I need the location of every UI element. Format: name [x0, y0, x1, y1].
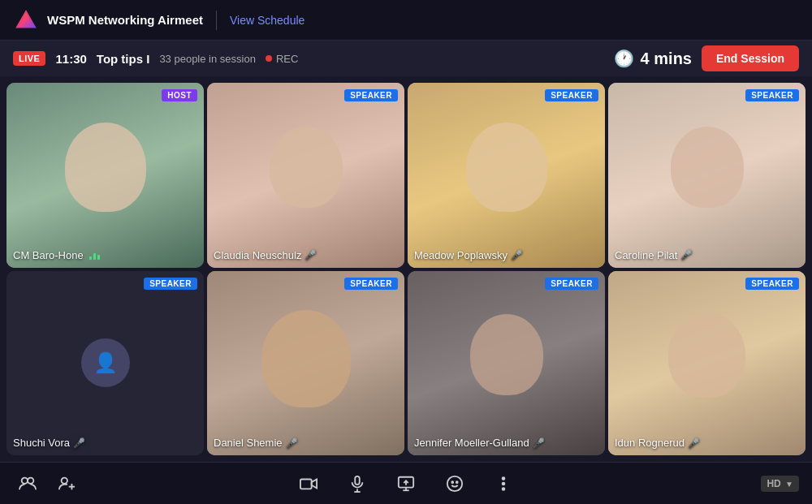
role-badge-daniel: SPEAKER — [344, 278, 398, 290]
header: WSPM Networking Airmeet View Schedule — [0, 0, 812, 41]
role-badge-shuchi: SPEAKER — [144, 278, 197, 290]
participant-name-daniel: Daniel Shemie 🎤 — [214, 437, 298, 449]
app-title: WSPM Networking Airmeet — [47, 13, 203, 27]
video-cell-caroline: SPEAKER Caroline Pilat 🎤 — [608, 83, 806, 268]
rec-indicator: REC — [266, 53, 298, 65]
svg-point-4 — [62, 477, 67, 483]
svg-marker-8 — [312, 479, 317, 488]
hd-quality-button[interactable]: HD ▼ — [761, 476, 799, 492]
people-count: 33 people in session — [159, 53, 256, 65]
session-name: Top tips I — [97, 52, 150, 66]
video-cell-idun: SPEAKER Idun Rognerud 🎤 — [608, 271, 806, 456]
video-cell-jennifer: SPEAKER Jennifer Moeller-Gulland 🎤 — [408, 271, 605, 456]
video-cell-cm: HOST CM Baro-Hone — [6, 83, 204, 268]
video-cell-meadow: SPEAKER Meadow Poplawsky 🎤 — [408, 83, 605, 268]
toolbar: HD ▼ — [0, 462, 812, 504]
role-badge-jennifer: SPEAKER — [545, 278, 598, 290]
app-logo — [13, 7, 39, 33]
mic-button[interactable] — [343, 469, 372, 498]
role-badge-cm: HOST — [162, 89, 197, 101]
toolbar-left — [13, 469, 81, 498]
role-badge-meadow: SPEAKER — [545, 89, 598, 101]
svg-rect-9 — [355, 476, 360, 484]
share-button[interactable] — [391, 469, 421, 498]
video-cell-shuchi: 👤 SPEAKER Shuchi Vora 🎤 — [6, 271, 204, 456]
more-button[interactable] — [489, 469, 518, 498]
status-bar: LIVE 11:30 Top tips I 33 people in sessi… — [0, 41, 812, 76]
rec-dot — [266, 55, 272, 62]
view-schedule-link[interactable]: View Schedule — [230, 14, 304, 27]
participant-name-cm: CM Baro-Hone — [13, 249, 100, 261]
participant-name-idun: Idun Rognerud 🎤 — [615, 437, 700, 449]
participant-name-meadow: Meadow Poplawsky 🎤 — [414, 249, 523, 261]
timer-display: 🕐 4 mins — [614, 49, 692, 68]
role-badge-claudia: SPEAKER — [344, 89, 398, 101]
svg-point-17 — [451, 481, 453, 483]
participant-name-claudia: Claudia Neuschulz 🎤 — [214, 249, 317, 261]
header-divider — [216, 11, 217, 30]
svg-point-20 — [503, 482, 505, 485]
role-badge-idun: SPEAKER — [745, 278, 799, 290]
live-badge: LIVE — [13, 51, 45, 66]
end-session-button[interactable]: End Session — [702, 45, 799, 71]
participants-button[interactable] — [13, 469, 42, 498]
svg-point-16 — [447, 476, 462, 490]
video-cell-daniel: SPEAKER Daniel Shemie 🎤 — [207, 271, 404, 456]
svg-point-21 — [503, 488, 505, 490]
clock-icon: 🕐 — [614, 49, 634, 68]
add-person-button[interactable] — [52, 469, 81, 498]
svg-point-2 — [22, 477, 28, 483]
video-grid: HOST CM Baro-Hone SPEAKER Claudia Neusch… — [0, 76, 812, 462]
svg-point-19 — [503, 477, 505, 480]
participant-name-shuchi: Shuchi Vora 🎤 — [13, 437, 85, 449]
svg-rect-7 — [300, 479, 312, 489]
participant-name-caroline: Caroline Pilat 🎤 — [615, 249, 693, 261]
svg-point-3 — [28, 477, 33, 483]
toolbar-right: HD ▼ — [761, 476, 799, 492]
video-cell-claudia: SPEAKER Claudia Neuschulz 🎤 — [207, 83, 404, 268]
rec-label: REC — [276, 53, 298, 65]
participant-name-jennifer: Jennifer Moeller-Gulland 🎤 — [414, 437, 545, 449]
camera-button[interactable] — [294, 469, 323, 498]
time-display: 11:30 — [55, 52, 86, 66]
role-badge-caroline: SPEAKER — [745, 89, 799, 101]
timer-value: 4 mins — [641, 50, 692, 68]
svg-point-18 — [456, 481, 458, 483]
emoji-button[interactable] — [440, 469, 469, 498]
